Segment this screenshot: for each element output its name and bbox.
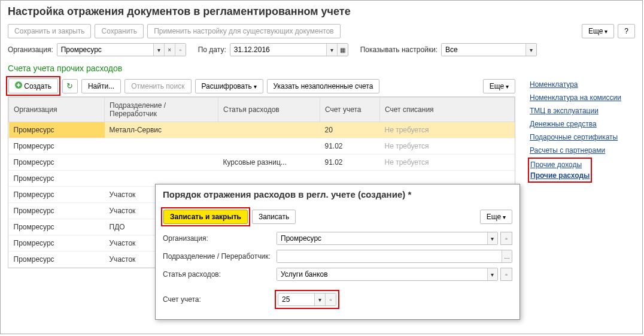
cell-account[interactable]: 91.02 xyxy=(320,138,380,155)
dialog-article-input[interactable] xyxy=(277,268,487,280)
page-title: Настройка отражения документов в регламе… xyxy=(1,1,642,22)
cell-writeoff[interactable]: Не требуется xyxy=(380,122,515,138)
link-gift[interactable]: Подарочные сертификаты xyxy=(530,133,635,141)
cell-dept[interactable] xyxy=(105,155,218,171)
link-cash[interactable]: Денежные средства xyxy=(530,120,635,128)
main-window: Настройка отражения документов в регламе… xyxy=(0,0,643,334)
show-select[interactable]: ▾ xyxy=(441,43,537,56)
link-commission[interactable]: Номенклатура на комиссии xyxy=(530,93,635,102)
decode-button[interactable]: Расшифровать xyxy=(195,79,263,93)
cell-account[interactable]: 91.02 xyxy=(320,155,380,171)
date-field[interactable]: ▾ ▦ xyxy=(230,43,348,56)
dialog-write-close-button[interactable]: Записать и закрыть xyxy=(163,210,248,224)
dialog-org-label: Организация: xyxy=(163,234,277,243)
dialog-more-button[interactable]: Еще xyxy=(480,210,512,224)
col-article[interactable]: Статья расходов xyxy=(218,98,320,122)
link-tmc[interactable]: ТМЦ в эксплуатации xyxy=(530,107,635,115)
cell-org[interactable]: Промресурс xyxy=(9,187,105,203)
help-button[interactable]: ? xyxy=(618,24,635,38)
table-row[interactable]: ПромресурсКурсовые разниц...91.02Не треб… xyxy=(9,155,515,171)
cell-org[interactable]: Промресурс xyxy=(9,122,105,138)
cell-article[interactable]: Курсовые разниц... xyxy=(218,155,320,171)
cell-org[interactable]: Промресурс xyxy=(9,203,105,219)
date-dropdown-icon[interactable]: ▾ xyxy=(326,44,337,56)
col-account[interactable]: Счет учета xyxy=(320,98,380,122)
cancel-search-button[interactable]: Отменить поиск xyxy=(124,79,191,93)
dialog-org-field[interactable]: ▾ xyxy=(277,232,498,245)
link-nomenclature[interactable]: Номенклатура xyxy=(530,80,635,89)
apply-settings-button[interactable]: Применить настройку для существующих док… xyxy=(147,24,341,38)
side-links: Номенклатура Номенклатура на комиссии ТМ… xyxy=(523,75,642,268)
refresh-icon xyxy=(66,81,73,90)
create-button[interactable]: Создать xyxy=(8,78,58,93)
save-button[interactable]: Сохранить xyxy=(95,24,144,38)
cell-dept[interactable] xyxy=(105,138,218,155)
cell-org[interactable]: Промресурс xyxy=(9,155,105,171)
dialog-account-open-icon[interactable]: ▫ xyxy=(325,293,336,305)
dialog-dept-input[interactable] xyxy=(277,250,502,262)
show-label: Показывать настройки: xyxy=(360,46,438,54)
org-dropdown-icon[interactable]: ▾ xyxy=(153,44,164,56)
cell-account[interactable]: 20 xyxy=(320,122,380,138)
create-dialog: Порядок отражения расходов в регл. учете… xyxy=(155,184,520,320)
dialog-title: Порядок отражения расходов в регл. учете… xyxy=(156,184,520,204)
dialog-org-dropdown-icon[interactable]: ▾ xyxy=(487,232,497,244)
grid-toolbar: Создать Найти... Отменить поиск Расшифро… xyxy=(8,75,515,96)
org-open-icon[interactable]: ▫ xyxy=(175,44,186,56)
link-other-income[interactable]: Прочие доходы xyxy=(530,161,590,169)
dialog-dept-label: Подразделение / Переработчик: xyxy=(163,252,277,261)
dialog-account-field[interactable]: ▾ ▫ xyxy=(278,293,336,306)
grid-more-button[interactable]: Еще xyxy=(483,79,515,93)
top-toolbar: Сохранить и закрыть Сохранить Применить … xyxy=(1,22,642,41)
dialog-article-open-icon[interactable]: ▫ xyxy=(500,268,512,281)
dialog-article-dropdown-icon[interactable]: ▾ xyxy=(487,268,497,280)
table-row[interactable]: ПромресурсМеталл-Сервис20Не требуется xyxy=(9,122,515,138)
show-empty-button[interactable]: Указать незаполненные счета xyxy=(267,79,380,93)
add-icon xyxy=(15,81,22,89)
dialog-dept-field[interactable]: … xyxy=(277,250,512,263)
org-input[interactable] xyxy=(57,44,153,56)
date-calendar-icon[interactable]: ▦ xyxy=(337,44,348,56)
cell-article[interactable] xyxy=(218,138,320,155)
find-button[interactable]: Найти... xyxy=(81,79,121,93)
show-dropdown-icon[interactable]: ▾ xyxy=(525,44,536,56)
cell-article[interactable] xyxy=(218,122,320,138)
cell-org[interactable]: Промресурс xyxy=(9,138,105,155)
section-title: Счета учета прочих расходов xyxy=(1,59,642,75)
col-writeoff[interactable]: Счет списания xyxy=(380,98,515,122)
org-select[interactable]: ▾ × ▫ xyxy=(57,43,186,56)
dialog-dept-more-icon[interactable]: … xyxy=(502,250,512,262)
org-label: Организация: xyxy=(8,46,53,54)
cell-writeoff[interactable]: Не требуется xyxy=(380,155,515,171)
dialog-article-field[interactable]: ▾ xyxy=(277,268,498,281)
cell-org[interactable]: Промресурс xyxy=(9,171,105,187)
col-dept[interactable]: Подразделение / Переработчик xyxy=(105,98,218,122)
col-org[interactable]: Организация xyxy=(9,98,105,122)
dialog-org-input[interactable] xyxy=(277,232,487,244)
dialog-write-button[interactable]: Записать xyxy=(252,210,296,224)
dialog-account-dropdown-icon[interactable]: ▾ xyxy=(314,293,325,305)
org-clear-icon[interactable]: × xyxy=(164,44,175,56)
dialog-account-label: Счет учета: xyxy=(163,295,277,304)
filter-row: Организация: ▾ × ▫ По дату: ▾ ▦ Показыва… xyxy=(1,41,642,59)
cell-writeoff[interactable]: Не требуется xyxy=(380,138,515,155)
date-label: По дату: xyxy=(198,46,226,54)
table-row[interactable]: Промресурс91.02Не требуется xyxy=(9,138,515,155)
cell-org[interactable]: Промресурс xyxy=(9,235,105,252)
link-partners[interactable]: Расчеты с партнерами xyxy=(530,146,635,155)
cell-org[interactable]: Промресурс xyxy=(9,252,105,268)
dialog-article-label: Статья расходов: xyxy=(163,270,277,279)
refresh-button[interactable] xyxy=(62,79,78,93)
dialog-account-input[interactable] xyxy=(278,293,314,305)
link-other-expenses[interactable]: Прочие расходы xyxy=(530,171,590,180)
save-close-button[interactable]: Сохранить и закрыть xyxy=(8,24,91,38)
cell-org[interactable]: Промресурс xyxy=(9,219,105,235)
cell-dept[interactable]: Металл-Сервис xyxy=(105,122,218,138)
show-input[interactable] xyxy=(442,44,525,56)
date-input[interactable] xyxy=(230,44,326,56)
dialog-org-open-icon[interactable]: ▫ xyxy=(500,232,512,245)
more-button[interactable]: Еще xyxy=(582,24,614,38)
